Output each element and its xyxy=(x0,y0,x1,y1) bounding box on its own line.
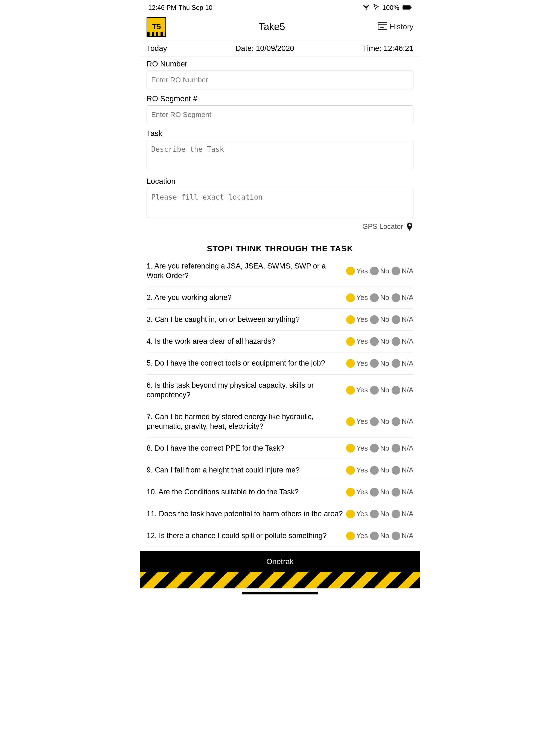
question-text: 2. Are you working alone? xyxy=(147,293,343,302)
radio-circle-no xyxy=(370,315,379,324)
logo-stripes xyxy=(147,32,166,36)
gps-row[interactable]: GPS Locator xyxy=(147,222,413,231)
radio-option-no[interactable]: No xyxy=(370,359,389,368)
radio-circle-yes xyxy=(346,417,355,426)
radio-group: YesNoN/A xyxy=(346,337,413,346)
radio-option-yes[interactable]: Yes xyxy=(346,510,368,518)
question-row: 5. Do I have the correct tools or equipm… xyxy=(147,353,413,374)
radio-label-na: N/A xyxy=(402,417,413,426)
radio-circle-na xyxy=(391,488,400,496)
radio-option-yes[interactable]: Yes xyxy=(346,386,368,394)
radio-label-na: N/A xyxy=(402,466,413,474)
radio-option-no[interactable]: No xyxy=(370,488,389,496)
history-label: History xyxy=(390,22,413,31)
question-row: 3. Can I be caught in, on or between any… xyxy=(147,309,413,331)
footer-label: Onetrak xyxy=(266,557,294,566)
radio-option-yes[interactable]: Yes xyxy=(346,488,368,496)
radio-option-yes[interactable]: Yes xyxy=(346,359,368,368)
ro-segment-input[interactable] xyxy=(147,105,413,124)
radio-option-yes[interactable]: Yes xyxy=(346,293,368,302)
radio-circle-yes xyxy=(346,444,355,453)
question-text: 7. Can I be harmed by stored energy like… xyxy=(147,412,343,431)
radio-group: YesNoN/A xyxy=(346,532,413,540)
radio-group: YesNoN/A xyxy=(346,266,413,275)
radio-option-yes[interactable]: Yes xyxy=(346,417,368,426)
radio-option-no[interactable]: No xyxy=(370,337,389,346)
radio-option-na[interactable]: N/A xyxy=(391,266,413,275)
radio-circle-yes xyxy=(346,266,355,275)
radio-circle-yes xyxy=(346,293,355,302)
radio-option-no[interactable]: No xyxy=(370,293,389,302)
radio-option-no[interactable]: No xyxy=(370,386,389,394)
radio-option-na[interactable]: N/A xyxy=(391,444,413,453)
radio-option-na[interactable]: N/A xyxy=(391,293,413,302)
task-label: Task xyxy=(147,129,413,138)
radio-circle-yes xyxy=(346,386,355,394)
radio-label-yes: Yes xyxy=(356,337,368,345)
radio-label-yes: Yes xyxy=(356,466,368,474)
radio-label-yes: Yes xyxy=(356,444,368,453)
radio-group: YesNoN/A xyxy=(346,444,413,453)
radio-option-yes[interactable]: Yes xyxy=(346,466,368,475)
radio-circle-yes xyxy=(346,488,355,496)
question-text: 9. Can I fall from a height that could i… xyxy=(147,465,343,475)
radio-option-na[interactable]: N/A xyxy=(391,386,413,394)
ro-number-label: RO Number xyxy=(147,60,413,68)
stop-title: STOP! THINK THROUGH THE TASK xyxy=(207,244,353,253)
question-row: 2. Are you working alone?YesNoN/A xyxy=(147,287,413,309)
radio-label-na: N/A xyxy=(402,293,413,302)
radio-circle-na xyxy=(391,337,400,346)
radio-option-yes[interactable]: Yes xyxy=(346,337,368,346)
radio-label-no: No xyxy=(380,337,389,345)
radio-option-yes[interactable]: Yes xyxy=(346,444,368,453)
radio-label-yes: Yes xyxy=(356,510,368,518)
task-textarea[interactable] xyxy=(147,140,413,170)
time-label: Time: 12:46:21 xyxy=(362,44,413,53)
radio-option-na[interactable]: N/A xyxy=(391,510,413,518)
radio-option-yes[interactable]: Yes xyxy=(346,315,368,324)
radio-option-na[interactable]: N/A xyxy=(391,488,413,496)
radio-label-na: N/A xyxy=(402,386,413,394)
location-textarea[interactable] xyxy=(147,188,413,218)
status-day: Thu Sep 10 xyxy=(179,4,212,11)
radio-option-no[interactable]: No xyxy=(370,444,389,453)
radio-label-yes: Yes xyxy=(356,417,368,426)
logo-text: T5 xyxy=(152,22,161,31)
location-label: Location xyxy=(147,177,413,186)
radio-label-yes: Yes xyxy=(356,359,368,368)
radio-option-na[interactable]: N/A xyxy=(391,359,413,368)
radio-circle-yes xyxy=(346,337,355,346)
radio-option-no[interactable]: No xyxy=(370,315,389,324)
radio-option-no[interactable]: No xyxy=(370,532,389,540)
radio-option-no[interactable]: No xyxy=(370,417,389,426)
app-title: Take5 xyxy=(259,21,285,32)
radio-label-no: No xyxy=(380,488,389,496)
radio-option-no[interactable]: No xyxy=(370,510,389,518)
radio-option-na[interactable]: N/A xyxy=(391,466,413,475)
svg-point-0 xyxy=(365,8,366,9)
battery-percent: 100% xyxy=(383,4,399,11)
radio-option-na[interactable]: N/A xyxy=(391,417,413,426)
ro-number-input[interactable] xyxy=(147,71,413,89)
radio-option-no[interactable]: No xyxy=(370,466,389,475)
radio-circle-na xyxy=(391,266,400,275)
radio-option-yes[interactable]: Yes xyxy=(346,532,368,540)
history-button[interactable]: History xyxy=(378,22,413,32)
battery-icon xyxy=(403,4,412,11)
footer: Onetrak xyxy=(140,551,420,572)
gps-pin-icon xyxy=(406,222,413,231)
svg-rect-7 xyxy=(380,26,385,26)
radio-option-yes[interactable]: Yes xyxy=(346,266,368,275)
radio-circle-yes xyxy=(346,466,355,475)
radio-option-na[interactable]: N/A xyxy=(391,532,413,540)
radio-circle-no xyxy=(370,466,379,475)
radio-option-na[interactable]: N/A xyxy=(391,337,413,346)
task-section: Task xyxy=(147,129,413,172)
radio-circle-no xyxy=(370,488,379,496)
radio-option-na[interactable]: N/A xyxy=(391,315,413,324)
radio-label-no: No xyxy=(380,267,389,275)
radio-label-no: No xyxy=(380,444,389,453)
radio-option-no[interactable]: No xyxy=(370,266,389,275)
status-left: 12:46 PM Thu Sep 10 xyxy=(148,4,212,11)
radio-label-na: N/A xyxy=(402,359,413,368)
